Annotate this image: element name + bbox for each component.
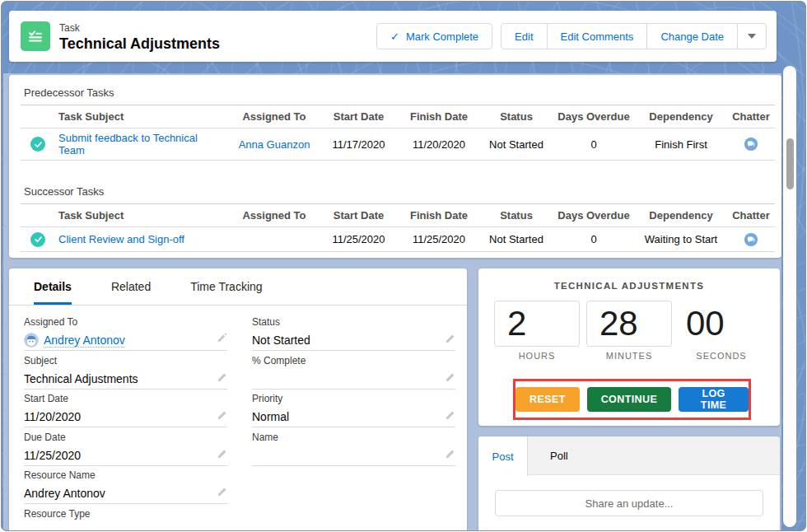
column-header-dependency: Dependency bbox=[635, 204, 727, 227]
predecessor-header-row: Task Subject Assigned To Start Date Fini… bbox=[21, 105, 775, 128]
field-label: Name bbox=[252, 432, 455, 443]
related-tasks-card: Predecessor Tasks Task Subject Assigned … bbox=[9, 75, 781, 258]
days-overdue-cell: 0 bbox=[553, 227, 635, 252]
field-label: Subject bbox=[24, 355, 227, 366]
start-date-cell: 11/25/2020 bbox=[320, 227, 398, 252]
task-header-identity: Task Technical Adjustments bbox=[21, 21, 220, 53]
column-header-assigned-to: Assigned To bbox=[229, 105, 320, 128]
field-value: Normal bbox=[252, 410, 289, 423]
change-date-button[interactable]: Change Date bbox=[646, 23, 738, 49]
vertical-scrollbar-track[interactable] bbox=[783, 66, 796, 527]
field-value: 11/25/2020 bbox=[24, 449, 81, 462]
task-complete-check-icon[interactable] bbox=[30, 232, 45, 247]
mark-complete-label: Mark Complete bbox=[406, 30, 478, 43]
column-header-status: Status bbox=[480, 204, 553, 227]
field-name: Name bbox=[252, 432, 455, 470]
field-label: Priority bbox=[252, 393, 455, 404]
field-resource-type: Resource Type bbox=[24, 508, 227, 532]
task-subject-link[interactable]: Submit feedback to Technical Team bbox=[58, 132, 198, 156]
chatter-icon[interactable] bbox=[744, 137, 758, 152]
feed-tab-bar: Post Poll bbox=[478, 436, 780, 475]
log-time-button[interactable]: LOG TIME bbox=[679, 387, 749, 412]
tab-related[interactable]: Related bbox=[111, 268, 151, 305]
header-button-group: Edit Edit Comments Change Date bbox=[501, 23, 767, 49]
checkmark-icon: ✓ bbox=[390, 30, 399, 43]
field-value: Not Started bbox=[252, 334, 310, 347]
field-resource-name: Resource Name Andrey Antonov bbox=[24, 469, 227, 508]
mark-complete-button[interactable]: ✓ Mark Complete bbox=[376, 23, 492, 49]
assigned-to-link[interactable]: Anna Guanzon bbox=[239, 138, 310, 151]
seconds-value: 00 bbox=[679, 301, 764, 347]
edit-pencil-icon[interactable] bbox=[445, 410, 455, 423]
edit-pencil-icon[interactable] bbox=[217, 334, 227, 347]
field-label: Resource Type bbox=[24, 508, 227, 520]
field-label: Resource Name bbox=[24, 469, 227, 481]
field-start-date: Start Date 11/20/2020 bbox=[24, 393, 227, 432]
predecessor-tasks-title: Predecessor Tasks bbox=[24, 86, 767, 99]
details-left-column: Assigned To bbox=[24, 316, 227, 531]
field-value: Technical Adjustments bbox=[24, 372, 138, 385]
successor-tasks-title: Successor Tasks bbox=[24, 185, 767, 198]
chevron-down-icon bbox=[748, 34, 756, 39]
edit-pencil-icon[interactable] bbox=[217, 410, 227, 423]
task-complete-check-icon[interactable] bbox=[30, 137, 45, 152]
details-fields: Assigned To bbox=[9, 306, 467, 531]
tab-poll[interactable]: Poll bbox=[528, 436, 590, 474]
assigned-to-user-link[interactable]: Andrey Antonov bbox=[44, 334, 125, 348]
days-overdue-cell: 0 bbox=[553, 128, 635, 161]
page-title: Technical Adjustments bbox=[59, 35, 220, 53]
column-header-finish-date: Finish Date bbox=[398, 204, 480, 227]
column-header-task-subject: Task Subject bbox=[55, 105, 229, 128]
edit-pencil-icon[interactable] bbox=[217, 449, 227, 462]
time-tracker-card: TECHNICAL ADJUSTMENTS 2 28 00 HOURS MINU… bbox=[478, 268, 780, 426]
share-update-input[interactable] bbox=[495, 490, 763, 516]
status-cell: Not Started bbox=[480, 128, 553, 161]
edit-pencil-icon[interactable] bbox=[445, 449, 455, 462]
field-label: % Complete bbox=[252, 355, 455, 366]
field-value: Andrey Antonov bbox=[24, 487, 105, 500]
timer-digit-labels: HOURS MINUTES SECONDS bbox=[478, 347, 780, 361]
task-header-card: Task Technical Adjustments ✓ Mark Comple… bbox=[9, 11, 777, 62]
more-actions-button[interactable] bbox=[737, 23, 767, 49]
reset-button[interactable]: RESET bbox=[515, 387, 580, 412]
app-background: Task Technical Adjustments ✓ Mark Comple… bbox=[1, 1, 806, 531]
post-composer bbox=[478, 475, 780, 516]
tab-post[interactable]: Post bbox=[478, 436, 528, 476]
edit-pencil-icon[interactable] bbox=[445, 372, 455, 385]
table-section-gap bbox=[17, 161, 773, 182]
header-action-bar: ✓ Mark Complete Edit Edit Comments Chang… bbox=[376, 23, 767, 49]
hours-label: HOURS bbox=[494, 351, 580, 361]
timer-digits: 2 28 00 bbox=[478, 291, 780, 347]
details-right-column: Status Not Started % Complete bbox=[252, 316, 455, 531]
field-label: Assigned To bbox=[24, 316, 227, 328]
field-label: Start Date bbox=[24, 393, 227, 404]
task-details-card: Details Related Time Tracking Assigned T… bbox=[9, 268, 467, 531]
entity-type-label: Task bbox=[59, 22, 220, 34]
seconds-label: SECONDS bbox=[679, 351, 764, 361]
edit-button[interactable]: Edit bbox=[501, 23, 547, 49]
successor-tasks-table: Task Subject Assigned To Start Date Fini… bbox=[21, 203, 775, 252]
successor-header-row: Task Subject Assigned To Start Date Fini… bbox=[21, 204, 775, 227]
column-header-chatter: Chatter bbox=[727, 204, 775, 227]
continue-button[interactable]: CONTINUE bbox=[587, 387, 671, 412]
edit-pencil-icon[interactable] bbox=[217, 372, 227, 385]
column-header-days-overdue: Days Overdue bbox=[553, 204, 635, 227]
details-tab-bar: Details Related Time Tracking bbox=[9, 268, 467, 306]
column-header-start-date: Start Date bbox=[320, 204, 398, 227]
start-date-cell: 11/17/2020 bbox=[320, 128, 398, 161]
tab-details[interactable]: Details bbox=[34, 268, 72, 305]
dependency-cell: Waiting to Start bbox=[635, 227, 727, 252]
column-header-task-subject: Task Subject bbox=[55, 204, 229, 227]
edit-comments-button[interactable]: Edit Comments bbox=[547, 23, 648, 49]
task-subject-link[interactable]: Client Review and Sign-off bbox=[58, 233, 184, 245]
column-header-status: Status bbox=[480, 105, 553, 128]
field-label: Status bbox=[252, 316, 455, 328]
edit-pencil-icon[interactable] bbox=[445, 334, 455, 347]
vertical-scrollbar-thumb[interactable] bbox=[786, 138, 794, 189]
tab-time-tracking[interactable]: Time Tracking bbox=[190, 268, 262, 305]
column-header-status-icon bbox=[21, 204, 55, 227]
edit-pencil-icon[interactable] bbox=[217, 487, 227, 500]
field-assigned-to: Assigned To bbox=[24, 316, 227, 355]
successor-task-row: Client Review and Sign-off 11/25/2020 11… bbox=[21, 227, 775, 252]
chatter-icon[interactable] bbox=[744, 232, 758, 247]
